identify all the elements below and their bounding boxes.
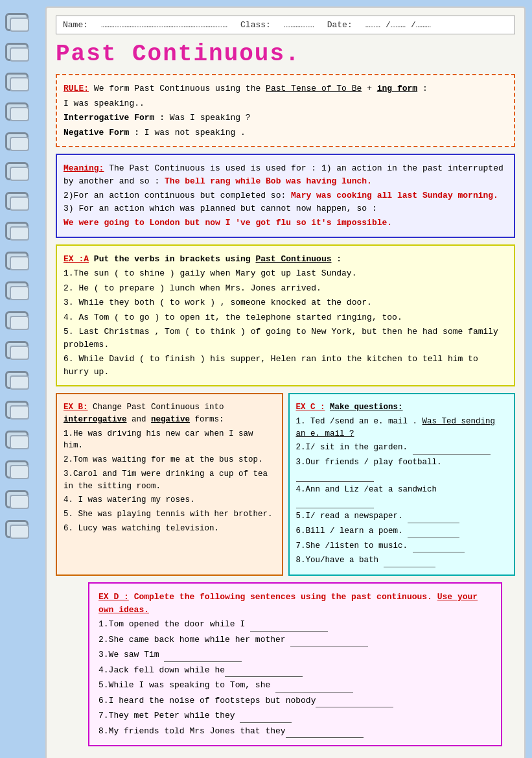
meaning-box: Meaning: The Past Continuous is used is … (56, 154, 515, 238)
meaning-label: Meaning: (64, 163, 104, 173)
ex-a-label: EX :A (64, 254, 89, 264)
spiral-ring-11 (5, 311, 29, 329)
spiral-ring-8 (5, 222, 29, 240)
ex-b-item-1: 1.He was driving his new car when I saw … (64, 428, 275, 453)
ex-d-item-3: 3.We saw Tim (98, 648, 492, 662)
ex-c-item-2: 2.I/ sit in the garden. (296, 442, 508, 455)
ex-b-header: EX B: Change Past Continuous into interr… (64, 401, 275, 426)
ex-d-item-2: 2.She came back home while her mother (98, 634, 492, 647)
meaning-text3: We were going to London but now I 've go… (64, 217, 507, 230)
spiral-ring-17 (5, 490, 29, 508)
ex-b-box: EX B: Change Past Continuous into interr… (56, 393, 283, 576)
spiral-ring-1 (5, 13, 29, 31)
ex-a-item-6: 6. While David ( to finish ) his supper,… (64, 353, 507, 378)
ex-d-item-5: 5.While I was speaking to Tom, she (98, 679, 492, 693)
spiral-ring-5 (5, 132, 29, 150)
ex-d-header: EX D : Complete the following sentences … (98, 591, 492, 616)
ex-a-item-5: 5. Last Christmas , Tom ( to think ) of … (64, 326, 507, 351)
ex-d-item-1: 1.Tom opened the door while I (98, 618, 492, 632)
page-title: Past Continuous. (56, 41, 515, 67)
ex-d-item-8: 8.My friends told Mrs Jones that they (98, 725, 492, 739)
spiral-binding (5, 13, 29, 538)
meaning-text2: 2)For an action continuous but completed… (64, 189, 507, 215)
rule-negative: Negative Form : I was not speaking . (64, 126, 507, 139)
meaning-example3: We were going to London but now I 've go… (64, 218, 392, 228)
spiral-ring-4 (5, 102, 29, 121)
spiral-ring-14 (5, 401, 29, 419)
ex-b-item-6: 6. Lucy was watching television. (64, 523, 275, 535)
spiral-ring-2 (5, 43, 29, 61)
spiral-ring-7 (5, 192, 29, 210)
spiral-ring-18 (5, 520, 29, 538)
ex-d-item-7: 7.They met Peter while they (98, 709, 492, 723)
ex-b-item-4: 4. I was watering my roses. (64, 494, 275, 506)
spiral-ring-6 (5, 162, 29, 180)
name-dots: ………………………………………………………………… (101, 20, 227, 30)
spiral-ring-10 (5, 281, 29, 300)
rule-interrogative: Interrogative Form : Was I speaking ? (64, 112, 507, 124)
spiral-ring-3 (5, 73, 29, 91)
ex-c-item-3: 3.Our friends / play football. (296, 456, 508, 482)
ex-a-box: EX :A Put the verbs in brackets using Pa… (56, 244, 515, 387)
ex-a-item-2: 2. He ( to prepare ) lunch when Mrs. Jon… (64, 282, 507, 295)
ex-b-item-2: 2.Tom was waiting for me at the bus stop… (64, 454, 275, 466)
ex-a-item-3: 3. While they both ( to work ) , someone… (64, 296, 507, 309)
rule-box: RULE: We form Past Continuous using the … (56, 74, 515, 147)
ex-b-label: EX B: (64, 403, 88, 412)
main-content: Name: ………………………………………………………………… Class: …… (45, 6, 526, 758)
date-dots: ……… /……… /……… (365, 20, 431, 30)
ex-d-item-6: 6.I heard the noise of footsteps but nob… (98, 694, 492, 708)
spiral-ring-15 (5, 431, 29, 449)
name-label: Name: (63, 20, 88, 30)
class-dots: ……………… (284, 20, 314, 30)
ex-b-item-5: 5. She was playing tennis with her broth… (64, 508, 275, 521)
rule-label: RULE: (64, 84, 89, 93)
ex-c-item-1: 1. Ted /send an e. mail . Was Ted sendin… (296, 416, 508, 440)
meaning-text: Meaning: The Past Continuous is used is … (64, 162, 507, 187)
ex-c-item-8: 8.You/have a bath (296, 554, 508, 567)
rule-past-tense: Past Tense of To Be (266, 84, 362, 93)
ex-b-item-3: 3.Carol and Tim were drinking a cup of t… (64, 468, 275, 493)
ex-c-item-5: 5.I/ read a newspaper. (296, 510, 508, 523)
ex-d-item-4: 4.Jack fell down while he (98, 664, 492, 678)
rule-example: I was speaking.. (64, 97, 507, 110)
spiral-ring-13 (5, 371, 29, 389)
ex-c-item-6: 6.Bill / learn a poem. (296, 525, 508, 538)
ex-c-box: EX C : Make questions: 1. Ted /send an e… (288, 393, 516, 576)
ex-c-item-4: 4.Ann and Liz /eat a sandwich (296, 484, 508, 509)
class-label: Class: (240, 20, 271, 30)
ex-c-label: EX C : (296, 403, 325, 412)
ex-bc-row: EX B: Change Past Continuous into interr… (56, 393, 515, 576)
rule-line1: RULE: We form Past Continuous using the … (64, 82, 507, 95)
ex-c-item-7: 7.She /listen to music. (296, 540, 508, 553)
date-label: Date: (327, 20, 353, 30)
meaning-example2: Mary was cooking all last Sunday morning… (291, 191, 498, 200)
meaning-example1: The bell rang while Bob was having lunch… (165, 176, 372, 186)
spiral-ring-9 (5, 252, 29, 270)
ex-a-item-4: 4. As Tom ( to go ) to open it, the tele… (64, 311, 507, 324)
spiral-ring-12 (5, 341, 29, 359)
spiral-ring-16 (5, 460, 29, 479)
ex-d-label: EX D : (98, 592, 129, 602)
rule-ing-form: ing form (377, 84, 417, 93)
ex-c-header: EX C : Make questions: (296, 401, 508, 414)
ex-a-item-1: 1.The sun ( to shine ) gaily when Mary g… (64, 267, 507, 280)
header-row: Name: ………………………………………………………………… Class: …… (56, 16, 515, 34)
ex-a-header: EX :A Put the verbs in brackets using Pa… (64, 253, 507, 266)
ex-d-box: EX D : Complete the following sentences … (88, 582, 502, 746)
